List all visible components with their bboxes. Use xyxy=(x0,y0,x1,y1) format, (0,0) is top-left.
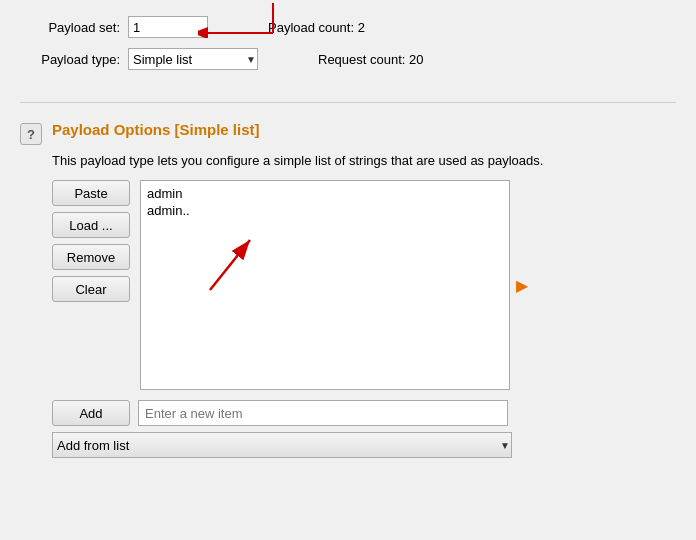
request-count-info: Request count: 20 xyxy=(318,52,424,67)
payload-list[interactable]: admin admin.. xyxy=(140,180,510,390)
paste-button[interactable]: Paste xyxy=(52,180,130,206)
list-item: admin.. xyxy=(145,202,505,219)
main-container: Payload set: Payload count: 2 xyxy=(0,0,696,474)
payload-count-info: Payload count: 2 xyxy=(268,20,365,35)
payload-set-input[interactable] xyxy=(128,16,208,38)
request-count-value: 20 xyxy=(409,52,423,67)
payload-count-label: Payload count: xyxy=(268,20,354,35)
payload-area: Paste Load ... Remove Clear admin admin.… xyxy=(52,180,676,390)
payload-type-select[interactable]: Simple list Runtime file Custom iterator… xyxy=(128,48,258,70)
list-item: admin xyxy=(145,185,505,202)
add-from-list-select[interactable]: Add from list xyxy=(52,432,512,458)
top-section: Payload set: Payload count: 2 xyxy=(20,16,676,92)
add-button[interactable]: Add xyxy=(52,400,130,426)
add-from-list-row: Add from list ▼ xyxy=(52,432,676,458)
payload-set-label: Payload set: xyxy=(20,20,120,35)
options-header: ? Payload Options [Simple list] xyxy=(20,121,676,145)
clear-button[interactable]: Clear xyxy=(52,276,130,302)
buttons-column: Paste Load ... Remove Clear xyxy=(52,180,130,302)
section-divider xyxy=(20,102,676,103)
payload-type-label: Payload type: xyxy=(20,52,120,67)
options-title: Payload Options [Simple list] xyxy=(52,121,260,138)
add-row: Add xyxy=(52,400,676,426)
load-button[interactable]: Load ... xyxy=(52,212,130,238)
orange-arrow-icon: ▶ xyxy=(516,276,528,295)
remove-button[interactable]: Remove xyxy=(52,244,130,270)
payload-type-row: Payload type: Simple list Runtime file C… xyxy=(20,48,676,70)
options-description: This payload type lets you configure a s… xyxy=(52,153,676,168)
list-container: admin admin.. ▶ xyxy=(140,180,510,390)
payload-set-row: Payload set: Payload count: 2 xyxy=(20,16,676,38)
payload-count-value: 2 xyxy=(358,20,365,35)
add-item-input[interactable] xyxy=(138,400,508,426)
payload-set-input-container xyxy=(128,16,208,38)
help-icon[interactable]: ? xyxy=(20,123,42,145)
add-from-list-wrapper: Add from list ▼ xyxy=(52,432,512,458)
options-section: ? Payload Options [Simple list] This pay… xyxy=(20,113,676,458)
payload-type-select-wrapper: Simple list Runtime file Custom iterator… xyxy=(128,48,258,70)
red-arrow-annotation xyxy=(198,0,278,38)
request-count-label: Request count: xyxy=(318,52,405,67)
